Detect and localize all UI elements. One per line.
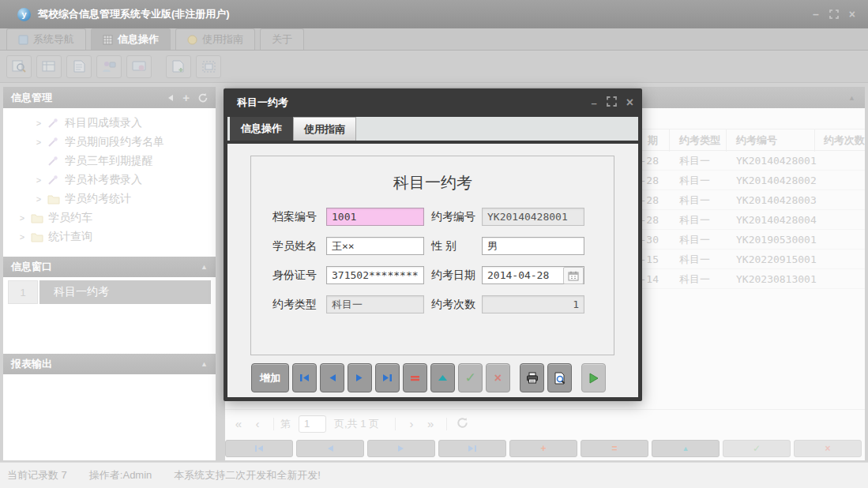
chevron-right-icon[interactable]: >	[17, 232, 27, 242]
tree-item[interactable]: > 统计查询	[3, 227, 216, 246]
x-icon: ×	[494, 371, 502, 385]
appointment-no-input[interactable]	[482, 208, 584, 226]
page-first-button[interactable]: «	[229, 417, 248, 430]
first-record-button[interactable]	[292, 363, 317, 392]
page-number-input[interactable]	[299, 415, 326, 433]
collapse-up-icon[interactable]: ▲	[848, 94, 855, 102]
collapse-left-icon[interactable]	[167, 94, 174, 102]
add-panel-icon[interactable]: +	[182, 91, 190, 104]
collapse-up-icon[interactable]: ▲	[201, 360, 208, 368]
list-item-label: 科目一约考	[39, 280, 211, 304]
minimize-icon[interactable]: –	[813, 9, 819, 20]
dialog-titlebar: 科目一约考 – ×	[227, 88, 638, 117]
grid-delete-button[interactable]: =	[581, 440, 648, 457]
page-prev-button[interactable]: ‹	[248, 417, 267, 430]
list-item[interactable]: 1 科目一约考	[8, 280, 211, 304]
appointment-type-label: 约考类型	[272, 298, 317, 312]
grid-first-button[interactable]	[225, 440, 293, 457]
execute-button[interactable]	[581, 363, 606, 392]
prev-icon	[326, 445, 334, 452]
operator: 操作者:Admin	[89, 468, 152, 482]
grid-toolbar: + = ▲ ✓ ×	[225, 440, 862, 459]
tab-system-nav[interactable]: 系统导航	[6, 28, 86, 50]
monitor-icon[interactable]	[126, 55, 152, 78]
refresh-icon[interactable]	[457, 417, 468, 431]
tab-info-operation[interactable]: 信息操作	[91, 28, 171, 50]
tab-about[interactable]: 关于	[260, 28, 304, 50]
next-icon	[397, 445, 405, 452]
grid-next-button[interactable]	[367, 440, 435, 457]
appointment-type-input[interactable]	[326, 295, 424, 313]
tree-item[interactable]: 学员三年到期提醒	[3, 152, 216, 171]
equals-icon: =	[611, 443, 617, 454]
tree-item[interactable]: > 学员约车	[3, 208, 216, 227]
grid-cancel-button[interactable]: ×	[794, 440, 862, 457]
calendar-icon[interactable]	[563, 267, 584, 284]
prev-record-button[interactable]	[320, 363, 344, 392]
chevron-right-icon[interactable]: >	[34, 137, 43, 147]
appointment-count-input[interactable]	[482, 295, 584, 313]
dialog-button-bar: 增加 ✓ ×	[251, 363, 606, 392]
last-icon	[382, 374, 393, 382]
page-last-button[interactable]: »	[421, 417, 440, 430]
tree-item[interactable]: > 科目四成绩录入	[3, 114, 216, 133]
page-next-button[interactable]: ›	[402, 417, 421, 430]
dialog-minimize-icon[interactable]: –	[591, 97, 596, 109]
window-title: 驾校综合信息管理系统专业版(非注册用户)	[38, 7, 230, 21]
chevron-right-icon[interactable]: >	[17, 213, 27, 223]
student-name-input[interactable]	[326, 237, 424, 255]
id-number-input[interactable]	[326, 266, 424, 284]
printer-icon	[526, 372, 539, 384]
close-icon[interactable]: ×	[849, 9, 855, 20]
grid-confirm-button[interactable]: ✓	[723, 440, 791, 457]
add-button[interactable]: 增加	[251, 363, 289, 392]
print-button[interactable]	[520, 363, 544, 392]
dialog-maximize-icon[interactable]	[607, 96, 617, 109]
grid-prev-button[interactable]	[296, 440, 364, 457]
table-icon[interactable]	[36, 55, 62, 78]
dialog-close-icon[interactable]: ×	[626, 96, 633, 110]
gender-input[interactable]	[482, 237, 584, 255]
frame-icon[interactable]	[196, 55, 221, 78]
confirm-button[interactable]: ✓	[458, 363, 483, 392]
refresh-panel-icon[interactable]	[198, 93, 208, 103]
appointment-count-label: 约考次数	[431, 298, 475, 312]
restore-icon[interactable]	[829, 9, 839, 19]
next-record-button[interactable]	[348, 363, 372, 392]
dialog-tab-info-operation[interactable]: 信息操作	[230, 117, 293, 141]
grid-edit-button[interactable]: ▲	[652, 440, 720, 457]
tree-item[interactable]: > 学员补考费录入	[3, 171, 216, 190]
collapse-up-icon[interactable]: ▲	[201, 263, 208, 271]
document-icon[interactable]	[66, 55, 92, 78]
column-header-count[interactable]: 约考次数	[815, 130, 865, 152]
chevron-right-icon[interactable]: >	[34, 175, 43, 185]
dialog-tab-user-guide[interactable]: 使用指南	[293, 117, 356, 141]
last-record-button[interactable]	[375, 363, 400, 392]
report-output-panel-header[interactable]: 报表输出 ▲	[3, 354, 216, 374]
search-icon[interactable]	[6, 55, 32, 78]
column-header-code[interactable]: 约考编号	[727, 130, 815, 152]
info-manage-panel-header[interactable]: 信息管理 +	[3, 87, 216, 108]
wand-icon	[47, 137, 61, 148]
chevron-right-icon[interactable]: >	[34, 194, 43, 204]
form-title: 科目一约考	[227, 172, 638, 193]
cancel-button[interactable]: ×	[486, 363, 510, 392]
tree-item[interactable]: > 学员期间段约考名单	[3, 133, 216, 152]
preview-button[interactable]	[547, 363, 572, 392]
info-window-panel-header[interactable]: 信息窗口 ▲	[3, 257, 216, 277]
first-icon	[299, 374, 310, 382]
archive-no-input[interactable]	[326, 208, 424, 226]
delete-record-button[interactable]	[403, 363, 427, 392]
export-icon[interactable]	[166, 55, 191, 78]
prev-icon	[328, 374, 336, 382]
tree-item[interactable]: > 学员约考统计	[3, 190, 216, 208]
check-icon: ✓	[753, 443, 761, 454]
column-header-type[interactable]: 约考类型	[670, 130, 727, 152]
chevron-right-icon[interactable]: >	[34, 118, 43, 128]
edit-record-button[interactable]	[430, 363, 455, 392]
grid-add-button[interactable]: +	[509, 440, 577, 457]
grid-last-button[interactable]	[438, 440, 506, 457]
tab-user-guide[interactable]: 使用指南	[175, 28, 255, 50]
users-icon[interactable]	[96, 55, 122, 78]
app-logo-icon: y	[17, 8, 31, 21]
